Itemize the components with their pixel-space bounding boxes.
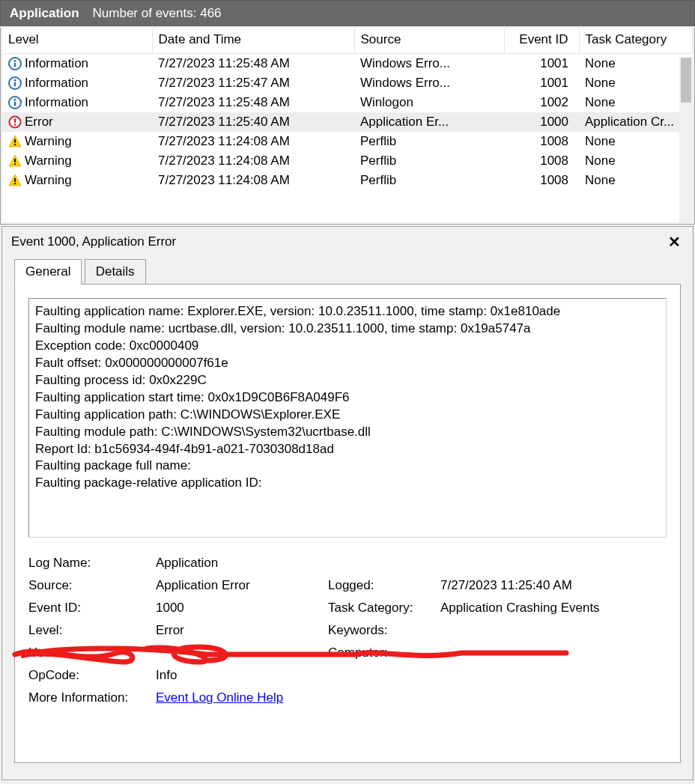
row-eventid: 1008 — [504, 171, 579, 190]
tab-details[interactable]: Details — [85, 259, 146, 284]
row-date: 7/27/2023 11:25:47 AM — [152, 73, 354, 93]
row-task: None — [579, 151, 693, 171]
row-source: Winlogon — [354, 93, 504, 112]
warn-icon — [8, 135, 22, 148]
label-keywords: Keywords: — [328, 623, 433, 638]
label-source: Source: — [28, 578, 148, 593]
header-bar: Application Number of events: 466 — [0, 0, 695, 26]
row-level: Information — [25, 56, 88, 71]
col-task[interactable]: Task Category — [579, 28, 693, 54]
col-date[interactable]: Date and Time — [152, 28, 354, 54]
row-level: Warning — [25, 134, 72, 149]
row-task: None — [579, 73, 693, 93]
row-source: Windows Erro... — [354, 73, 504, 93]
row-eventid: 1001 — [504, 73, 579, 93]
detail-title: Event 1000, Application Error — [11, 234, 176, 249]
event-detail-pane: Event 1000, Application Error ✕ General … — [1, 226, 694, 780]
row-level: Error — [25, 115, 53, 130]
info-icon — [8, 96, 22, 109]
row-level: Information — [25, 76, 88, 91]
scroll-thumb[interactable] — [681, 58, 691, 103]
table-row[interactable]: Warning7/27/2023 11:24:08 AMPerflib1008N… — [2, 171, 693, 190]
row-source: Perflib — [354, 171, 504, 190]
value-level: Error — [156, 623, 321, 638]
row-date: 7/27/2023 11:24:08 AM — [152, 151, 354, 171]
col-source[interactable]: Source — [354, 28, 504, 54]
more-info-link[interactable]: Event Log Online Help — [156, 690, 283, 705]
row-eventid: 1008 — [504, 151, 579, 171]
table-row[interactable]: Information7/27/2023 11:25:48 AMWinlogon… — [2, 93, 693, 112]
col-level[interactable]: Level — [2, 28, 152, 54]
label-user: User: — [28, 645, 148, 660]
label-computer: Computer: — [328, 645, 433, 660]
close-icon[interactable]: ✕ — [665, 233, 684, 251]
header-title: Application — [10, 6, 79, 21]
row-date: 7/27/2023 11:25:48 AM — [152, 93, 354, 112]
info-icon — [8, 76, 22, 90]
row-task: Application Cr... — [579, 112, 693, 132]
label-opcode: OpCode: — [28, 668, 148, 683]
row-source: Perflib — [354, 151, 504, 171]
header-count: Number of events: 466 — [93, 6, 222, 21]
label-logged: Logged: — [328, 578, 433, 593]
info-icon — [8, 57, 22, 70]
value-logged: 7/27/2023 11:25:40 AM — [440, 578, 667, 593]
column-headers[interactable]: Level Date and Time Source Event ID Task… — [2, 28, 693, 54]
row-date: 7/27/2023 11:24:08 AM — [152, 171, 354, 190]
row-source: Perflib — [354, 132, 504, 151]
col-eventid[interactable]: Event ID — [504, 28, 579, 54]
row-source: Application Er... — [354, 112, 504, 132]
row-eventid: 1008 — [504, 132, 579, 151]
row-level: Warning — [25, 173, 72, 188]
row-date: 7/27/2023 11:25:40 AM — [152, 112, 354, 132]
row-task: None — [579, 93, 693, 112]
row-eventid: 1002 — [504, 93, 579, 112]
table-row[interactable]: Warning7/27/2023 11:24:08 AMPerflib1008N… — [2, 132, 693, 151]
row-date: 7/27/2023 11:24:08 AM — [152, 132, 354, 151]
table-row[interactable]: Information7/27/2023 11:25:47 AMWindows … — [2, 73, 693, 93]
label-eventid: Event ID: — [28, 601, 148, 616]
value-taskcat: Application Crashing Events — [440, 601, 667, 616]
event-grid[interactable]: Level Date and Time Source Event ID Task… — [2, 28, 693, 222]
error-icon — [8, 115, 22, 129]
row-task: None — [579, 171, 693, 190]
label-moreinfo: More Information: — [28, 690, 148, 705]
grid-scrollbar[interactable] — [679, 58, 693, 222]
row-task: None — [579, 54, 693, 74]
row-level: Information — [25, 95, 88, 110]
table-row[interactable]: Information7/27/2023 11:25:48 AMWindows … — [2, 54, 693, 74]
warn-icon — [8, 174, 22, 187]
value-opcode: Info — [156, 668, 667, 683]
row-task: None — [579, 132, 693, 151]
value-eventid: 1000 — [156, 601, 321, 616]
value-source: Application Error — [156, 578, 321, 593]
row-source: Windows Erro... — [354, 54, 504, 74]
tab-general[interactable]: General — [14, 259, 82, 285]
event-description[interactable]: Faulting application name: Explorer.EXE,… — [28, 298, 667, 538]
label-taskcat: Task Category: — [328, 601, 433, 616]
row-eventid: 1001 — [504, 54, 579, 74]
label-level: Level: — [28, 623, 148, 638]
row-date: 7/27/2023 11:25:48 AM — [152, 54, 354, 74]
row-eventid: 1000 — [504, 112, 579, 132]
row-level: Warning — [25, 154, 72, 168]
warn-icon — [8, 154, 22, 168]
table-row[interactable]: Warning7/27/2023 11:24:08 AMPerflib1008N… — [2, 151, 693, 171]
table-row[interactable]: Error7/27/2023 11:25:40 AMApplication Er… — [2, 112, 693, 132]
label-logname: Log Name: — [28, 556, 148, 571]
event-metadata: Log Name: Application Source: Applicatio… — [28, 556, 667, 705]
value-logname: Application — [156, 556, 667, 571]
